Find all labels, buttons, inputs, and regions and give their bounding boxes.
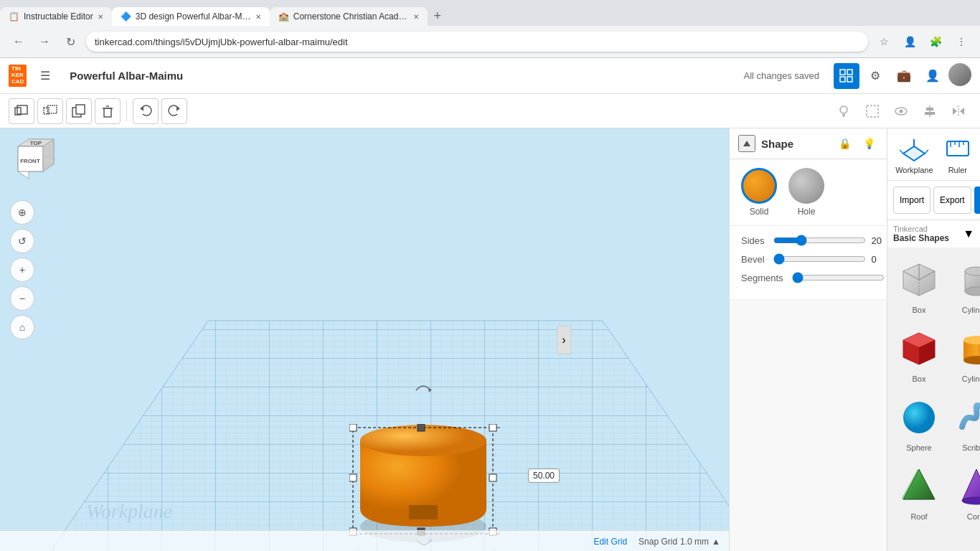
redo-button[interactable] <box>161 98 187 124</box>
tab-close-active[interactable]: ✕ <box>255 13 261 21</box>
orbit-button[interactable]: ↺ <box>10 229 34 253</box>
shape-item-cylinder-solid[interactable]: Cylinder <box>951 323 980 386</box>
toolbar <box>0 94 980 128</box>
shape-name-cylinder-outline: Cylinder <box>962 306 980 314</box>
light-bulb-button[interactable] <box>831 98 857 124</box>
bevel-row: Bevel 0 <box>741 253 875 265</box>
svg-rect-36 <box>489 424 496 431</box>
shape-name-box-solid: Box <box>913 375 926 383</box>
code-view-button[interactable]: 💼 <box>891 63 917 89</box>
toolbar-separator <box>126 101 127 121</box>
edit-grid-button[interactable]: Edit Grid <box>593 537 627 547</box>
group-button[interactable] <box>9 98 34 124</box>
ungroup-icon <box>43 104 57 118</box>
rotation-handle[interactable] <box>413 380 434 401</box>
svg-rect-23 <box>925 112 935 115</box>
tab-tinkercad[interactable]: 🔷 3D design Powerful Albar-Maim... ✕ <box>112 7 270 26</box>
bookmark-icon[interactable]: ☆ <box>874 32 894 52</box>
workplane-button[interactable]: Workplane <box>895 134 933 174</box>
shape-item-pyramid[interactable]: Roof <box>893 461 945 524</box>
align-button[interactable] <box>917 98 943 124</box>
svg-rect-41 <box>489 474 496 481</box>
address-input[interactable] <box>86 32 868 52</box>
tab-title: Instructable Editor <box>24 11 93 22</box>
tab-close-3[interactable]: ✕ <box>413 13 419 21</box>
shape-item-sphere[interactable]: Sphere <box>893 392 945 455</box>
tab-close-btn[interactable]: ✕ <box>98 13 103 21</box>
shapes-library: Box <box>887 248 980 551</box>
delete-button[interactable] <box>95 98 121 124</box>
menu-icon[interactable]: ⋮ <box>951 32 971 52</box>
profile-icon[interactable]: 👤 <box>900 32 920 52</box>
undo-button[interactable] <box>133 98 159 124</box>
selection-handles <box>349 424 500 542</box>
mirror-button[interactable] <box>946 98 971 124</box>
hole-option[interactable]: Hole <box>788 168 824 217</box>
reload-button[interactable]: ↻ <box>60 32 80 52</box>
segments-slider[interactable] <box>792 272 885 283</box>
eye-icon <box>894 104 908 118</box>
forward-button[interactable]: → <box>34 32 55 52</box>
panel-toggle-button[interactable] <box>738 135 755 152</box>
user-avatar[interactable] <box>948 63 971 86</box>
shape-name-cylinder-solid: Cylinder <box>962 375 980 383</box>
perspective-cube[interactable]: TOP FRONT <box>7 136 65 193</box>
extensions-icon[interactable]: 🧩 <box>925 32 946 52</box>
bulb-icon-button[interactable]: 💡 <box>859 134 878 153</box>
lock-icon-button[interactable]: 🔒 <box>835 134 854 153</box>
sides-slider[interactable] <box>773 235 866 246</box>
svg-point-90 <box>903 402 935 433</box>
canvas-area[interactable]: 50.00 50.00 <box>0 128 729 551</box>
fit-view-button[interactable]: ⊕ <box>10 200 34 225</box>
home-button[interactable]: ⌂ <box>10 315 34 339</box>
library-header: Tinkercad Basic Shapes ▼ <box>887 220 980 248</box>
shape-item-cone[interactable]: Cone <box>951 461 980 524</box>
tab-instructable[interactable]: 📋 Instructable Editor ✕ <box>0 7 112 26</box>
cylinder-solid-thumbnail <box>953 326 980 372</box>
tab-title-active: 3D design Powerful Albar-Maim... <box>136 11 251 22</box>
shape-item-cylinder-outline[interactable]: Cylinder <box>951 254 980 317</box>
user-add-button[interactable]: 👤 <box>920 63 946 89</box>
svg-rect-3 <box>847 77 852 82</box>
undo-icon <box>138 104 153 118</box>
group-icon <box>14 104 29 118</box>
new-tab-button[interactable]: + <box>428 6 448 26</box>
snap-grid-control[interactable]: Snap Grid 1.0 mm ▲ <box>639 537 720 547</box>
shape-item-box-outline[interactable]: Box <box>893 254 945 317</box>
panel-collapse-button[interactable]: › <box>557 326 571 354</box>
browser-chrome: 📋 Instructable Editor ✕ 🔷 3D design Powe… <box>0 0 980 58</box>
ruler-button[interactable]: Ruler <box>943 134 972 174</box>
library-dropdown-button[interactable]: ▼ <box>963 227 974 240</box>
cylinder-outline-thumbnail <box>953 257 980 303</box>
rectangle-select-button[interactable] <box>859 98 885 124</box>
svg-rect-5 <box>17 105 27 114</box>
app-header: TIN KER CAD ☰ Powerful Albar-Maimu All c… <box>0 58 980 94</box>
snap-grid-label: Snap Grid <box>639 537 677 547</box>
library-brand: Tinkercad <box>893 225 963 233</box>
back-button[interactable]: ← <box>9 32 29 52</box>
zoom-in-button[interactable]: + <box>10 258 34 282</box>
export-button[interactable]: Export <box>933 187 971 214</box>
workplane-icon <box>900 134 928 163</box>
menu-hamburger-button[interactable]: ☰ <box>32 63 58 89</box>
grid-view-button[interactable] <box>834 63 859 89</box>
shape-item-box-solid[interactable]: Box <box>893 323 945 386</box>
cone-thumbnail <box>953 463 980 509</box>
3d-view-button[interactable]: ⚙ <box>862 63 888 89</box>
svg-rect-9 <box>76 105 85 114</box>
duplicate-icon <box>72 104 86 118</box>
send-to-button[interactable]: Send To <box>974 187 980 214</box>
hide-button[interactable] <box>888 98 914 124</box>
ungroup-button[interactable] <box>37 98 63 124</box>
panel-title: Shape <box>761 138 829 150</box>
shape-item-scribble[interactable]: Scribble <box>951 392 980 455</box>
import-button[interactable]: Import <box>893 187 930 214</box>
bevel-label: Bevel <box>741 254 765 265</box>
bevel-slider[interactable] <box>773 253 866 265</box>
tab-cornerstone[interactable]: 🏫 Cornerstone Christian Academy ✕ <box>270 7 428 26</box>
solid-option[interactable]: Solid <box>741 168 777 217</box>
shape-panel-header: Shape 🔒 💡 <box>730 128 887 159</box>
shape-type-row: Solid Hole <box>730 159 887 226</box>
duplicate-button[interactable] <box>66 98 92 124</box>
zoom-out-button[interactable]: − <box>10 286 34 311</box>
